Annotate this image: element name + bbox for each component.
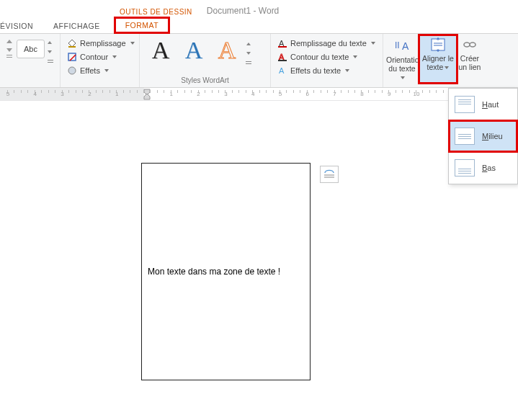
text-contour-label: Contour du texte bbox=[290, 53, 349, 61]
svg-text:A: A bbox=[402, 40, 409, 52]
gallery-expand-icon[interactable] bbox=[246, 61, 251, 62]
tab-format[interactable]: FORMAT bbox=[115, 17, 170, 33]
shape-fill-label: Remplissage bbox=[80, 39, 126, 48]
svg-rect-10 bbox=[432, 39, 445, 50]
shape-effects-button[interactable]: Effets bbox=[65, 65, 135, 76]
svg-text:A: A bbox=[279, 66, 285, 75]
text-box-content: Mon texte dans ma zone de texte ! bbox=[148, 267, 280, 277]
gallery-down-icon[interactable] bbox=[246, 52, 251, 55]
chevron-down-icon bbox=[371, 42, 375, 45]
chevron-down-icon bbox=[401, 76, 405, 79]
text-fill-icon: A bbox=[277, 38, 287, 48]
wordart-style-3[interactable]: A bbox=[210, 37, 244, 64]
svg-point-2 bbox=[68, 67, 76, 74]
link-icon bbox=[460, 37, 479, 53]
ribbon: Abc Remplissage Contour Effets bbox=[0, 34, 518, 88]
create-link-button[interactable]: Créer un lien bbox=[457, 35, 483, 83]
text-effects-button[interactable]: A Effets du texte bbox=[275, 65, 378, 76]
text-box[interactable]: Mon texte dans ma zone de texte ! bbox=[141, 163, 311, 380]
text-fill-button[interactable]: A Remplissage du texte bbox=[275, 37, 378, 49]
align-top-item[interactable]: Haut bbox=[449, 89, 517, 120]
chevron-down-icon bbox=[445, 66, 449, 69]
svg-rect-1 bbox=[68, 53, 76, 61]
align-text-icon bbox=[428, 37, 448, 53]
scroll-up-icon[interactable] bbox=[6, 40, 12, 43]
text-orientation-label: Orientation du texte bbox=[386, 55, 423, 73]
tab-affichage[interactable]: AFFICHAGE bbox=[43, 19, 110, 33]
effects-icon bbox=[67, 66, 77, 76]
tab-revision[interactable]: ÉVISION bbox=[0, 19, 43, 33]
chevron-down-icon bbox=[345, 69, 349, 72]
chevron-down-icon bbox=[112, 55, 117, 58]
align-top-label: Haut bbox=[482, 100, 499, 109]
svg-rect-0 bbox=[68, 46, 76, 48]
text-fill-label: Remplissage du texte bbox=[290, 39, 367, 48]
gallery-up-icon[interactable] bbox=[246, 43, 251, 45]
text-effects-icon: A bbox=[277, 66, 287, 76]
layout-options-icon bbox=[323, 169, 336, 180]
svg-marker-14 bbox=[144, 94, 150, 99]
shape-style-label: Abc bbox=[24, 45, 37, 53]
align-middle-item[interactable]: Milieu bbox=[449, 120, 517, 152]
chevron-down-icon bbox=[104, 69, 109, 72]
align-bottom-icon bbox=[455, 159, 475, 177]
align-text-menu: Haut Milieu Bas bbox=[448, 88, 518, 184]
orientation-icon: IIA bbox=[392, 38, 412, 54]
align-text-button[interactable]: Aligner le texte bbox=[419, 35, 457, 83]
scroll-down-icon[interactable] bbox=[6, 48, 12, 52]
wordart-style-1[interactable]: A bbox=[144, 37, 177, 64]
gallery-down-icon[interactable] bbox=[48, 50, 52, 53]
document-title: Document1 - Word bbox=[204, 4, 282, 17]
align-bottom-item[interactable]: Bas bbox=[449, 152, 517, 184]
align-middle-label: Milieu bbox=[482, 132, 503, 140]
create-link-label: Créer un lien bbox=[459, 54, 481, 71]
svg-text:II: II bbox=[395, 40, 400, 50]
wordart-group-label: Styles WordArt bbox=[144, 76, 266, 86]
text-effects-label: Effets du texte bbox=[290, 66, 341, 75]
wordart-style-2[interactable]: A bbox=[177, 37, 210, 64]
text-contour-button[interactable]: A Contour du texte bbox=[275, 51, 378, 63]
align-middle-icon bbox=[455, 128, 475, 145]
align-top-icon bbox=[455, 96, 475, 113]
shape-style-preview[interactable]: Abc bbox=[17, 40, 44, 58]
layout-options-button[interactable] bbox=[320, 166, 339, 183]
document-page: Mon texte dans ma zone de texte ! bbox=[0, 102, 518, 420]
text-orientation-button[interactable]: IIA Orientation du texte bbox=[385, 35, 419, 83]
ruler-number: 10 bbox=[414, 91, 420, 97]
svg-rect-4 bbox=[278, 46, 287, 48]
contour-icon bbox=[67, 52, 77, 62]
bucket-icon bbox=[67, 38, 77, 48]
gallery-up-icon[interactable] bbox=[48, 41, 52, 44]
text-contour-icon: A bbox=[277, 52, 287, 62]
gallery-more-icon[interactable] bbox=[6, 57, 12, 58]
shape-contour-button[interactable]: Contour bbox=[65, 51, 135, 63]
contextual-tool-tab: OUTILS DE DESSIN bbox=[114, 6, 198, 17]
chevron-down-icon bbox=[353, 55, 357, 58]
shape-contour-label: Contour bbox=[80, 53, 108, 61]
ribbon-tabs: ÉVISION AFFICHAGE FORMAT bbox=[0, 17, 518, 34]
horizontal-ruler[interactable]: 5432112345678910 bbox=[0, 88, 518, 101]
align-bottom-label: Bas bbox=[482, 164, 496, 172]
svg-rect-6 bbox=[278, 60, 287, 61]
shape-fill-button[interactable]: Remplissage bbox=[65, 37, 135, 49]
shape-effects-label: Effets bbox=[80, 66, 100, 75]
chevron-down-icon bbox=[130, 42, 135, 45]
gallery-expand-icon[interactable] bbox=[48, 60, 53, 61]
